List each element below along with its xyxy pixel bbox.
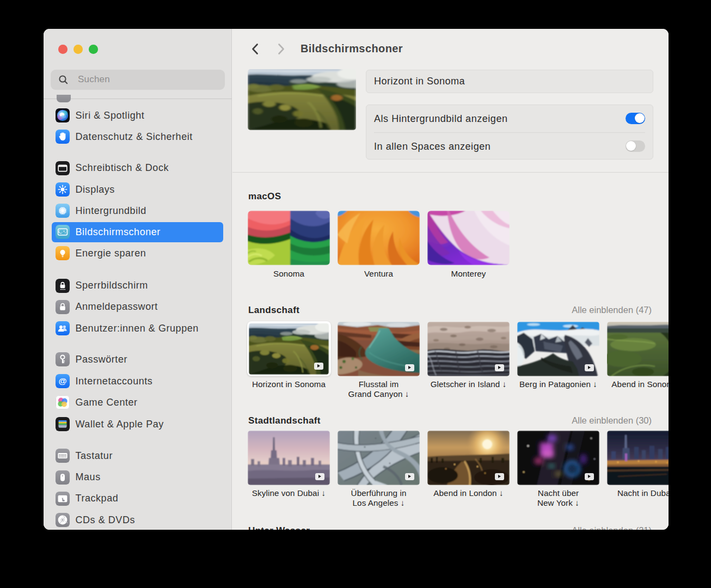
- svg-text:@: @: [58, 376, 66, 385]
